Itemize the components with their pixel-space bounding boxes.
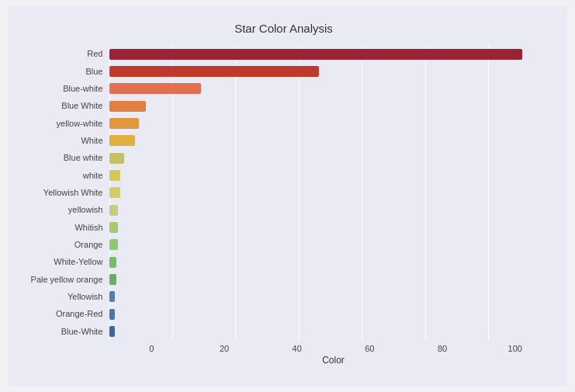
bar — [109, 83, 202, 94]
x-axis: 020406080100 — [116, 344, 552, 353]
y-label: Pale yellow orange — [16, 276, 103, 284]
bar — [109, 326, 115, 337]
bar-row — [109, 220, 552, 234]
bar-row — [109, 290, 552, 304]
x-tick: 80 — [406, 344, 479, 353]
y-label: Blue-White — [16, 328, 103, 336]
chart-inner: RedBlueBlue-whiteBlue Whiteyellow-whiteW… — [16, 46, 552, 341]
bar — [109, 222, 119, 233]
y-label: Yellowish White — [16, 189, 103, 197]
y-label: Yellowish — [16, 293, 103, 301]
y-axis: RedBlueBlue-whiteBlue Whiteyellow-whiteW… — [16, 46, 109, 341]
bar-row — [109, 324, 552, 338]
bar — [109, 170, 120, 181]
y-label: Blue white — [16, 154, 103, 162]
bar-row — [109, 151, 552, 165]
bar-row — [109, 203, 552, 217]
y-label: Whitish — [16, 224, 103, 232]
bar-row — [109, 272, 552, 286]
y-label: Red — [16, 50, 103, 58]
y-label: White — [16, 137, 103, 145]
bar-row — [109, 99, 552, 113]
bar — [109, 118, 139, 129]
bar — [109, 239, 119, 250]
bar-row — [109, 82, 552, 95]
bar — [109, 135, 135, 146]
bar-row — [109, 134, 552, 147]
y-label: White-Yellow — [16, 258, 103, 266]
bar — [109, 49, 522, 60]
y-label: Blue-white — [16, 85, 103, 93]
bar-row — [109, 116, 552, 130]
bar-row — [109, 186, 552, 199]
y-label: yellowish — [16, 206, 103, 214]
chart-title: Star Color Analysis — [16, 22, 552, 35]
plot-area — [109, 46, 552, 341]
y-label: yellow-white — [16, 120, 103, 128]
x-axis-label: Color — [116, 355, 552, 366]
bar — [109, 309, 115, 320]
bar — [109, 101, 147, 112]
bar — [109, 153, 124, 164]
x-tick: 20 — [188, 344, 261, 353]
y-label: Blue White — [16, 102, 103, 110]
bar-row — [109, 64, 552, 78]
bar-row — [109, 307, 552, 321]
bar — [109, 187, 120, 198]
bar — [109, 205, 119, 216]
chart-container: Star Color Analysis RedBlueBlue-whiteBlu… — [9, 6, 567, 387]
x-tick: 60 — [334, 344, 407, 353]
x-tick: 100 — [479, 344, 552, 353]
bar — [109, 257, 117, 268]
x-tick: 0 — [116, 344, 189, 353]
bar — [109, 274, 117, 285]
bar-row — [109, 47, 552, 61]
bar — [109, 66, 320, 77]
bar — [109, 291, 115, 302]
y-label: white — [16, 172, 103, 180]
y-label: Orange-Red — [16, 310, 103, 318]
y-label: Blue — [16, 68, 103, 76]
x-tick: 40 — [261, 344, 334, 353]
y-label: Orange — [16, 241, 103, 249]
bar-row — [109, 168, 552, 182]
bar-row — [109, 238, 552, 252]
bar-row — [109, 255, 552, 269]
